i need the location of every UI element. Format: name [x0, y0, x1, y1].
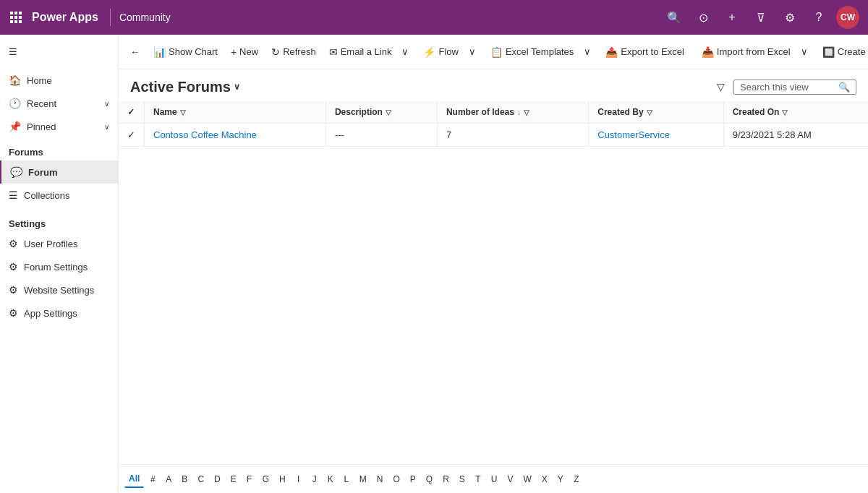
- svg-rect-0: [10, 12, 13, 14]
- alpha-btn-j[interactable]: J: [307, 471, 322, 487]
- tenant-name: Community: [119, 12, 171, 23]
- menu-button[interactable]: ☰: [0, 35, 118, 69]
- grid-icon[interactable]: [9, 10, 23, 25]
- forum-settings-icon: ⚙: [9, 261, 18, 273]
- toolbar: ← 📊 Show Chart + New ↻ Refresh ✉ Email a…: [119, 35, 868, 69]
- settings-circle-icon[interactable]: ⊙: [692, 6, 715, 29]
- created-by-sort-icon[interactable]: ▽: [647, 108, 652, 116]
- name-sort-icon[interactable]: ▽: [180, 108, 186, 116]
- view-title: Active Forums ∨: [130, 79, 240, 95]
- alpha-btn-b[interactable]: B: [177, 471, 192, 487]
- sidebar-item-forum[interactable]: 💬 Forum: [0, 160, 118, 184]
- import-excel-dropdown[interactable]: ∨: [798, 43, 811, 60]
- sidebar-item-website-settings[interactable]: ⚙ Website Settings: [0, 278, 118, 301]
- add-icon[interactable]: +: [720, 6, 744, 29]
- alpha-btn-t[interactable]: T: [471, 471, 485, 487]
- svg-rect-2: [19, 12, 22, 14]
- alpha-btn-g[interactable]: G: [258, 471, 273, 487]
- alpha-btn-a[interactable]: A: [161, 471, 176, 487]
- nav-divider: [110, 9, 111, 26]
- row-name-link[interactable]: Contoso Coffee Machine: [153, 129, 257, 140]
- alpha-btn-e[interactable]: E: [226, 471, 241, 487]
- sidebar-collections-label: Collections: [24, 190, 70, 201]
- alpha-btn-l[interactable]: L: [339, 471, 354, 487]
- alpha-btn-c[interactable]: C: [193, 471, 208, 487]
- alpha-btn-x[interactable]: X: [537, 471, 552, 487]
- create-view-icon: 🔲: [822, 46, 835, 58]
- svg-rect-1: [14, 12, 17, 14]
- show-chart-icon: 📊: [153, 46, 166, 58]
- alpha-btn-f[interactable]: F: [242, 471, 257, 487]
- svg-rect-5: [19, 16, 22, 19]
- sidebar-item-app-settings[interactable]: ⚙ App Settings: [0, 301, 118, 325]
- email-link-icon: ✉: [329, 46, 338, 58]
- filter-nav-icon[interactable]: ⊽: [749, 6, 773, 29]
- flow-dropdown[interactable]: ∨: [466, 43, 479, 60]
- description-sort-icon[interactable]: ▽: [386, 108, 391, 116]
- alpha-btn-#[interactable]: #: [145, 471, 160, 487]
- alpha-btn-o[interactable]: O: [388, 471, 404, 487]
- excel-templates-button[interactable]: 📋 Excel Templates: [485, 43, 579, 61]
- email-link-dropdown[interactable]: ∨: [399, 43, 412, 60]
- ideas-sort-icon[interactable]: ▽: [524, 108, 529, 116]
- sidebar-app-settings-label: App Settings: [24, 308, 77, 319]
- search-nav-icon[interactable]: 🔍: [663, 6, 686, 29]
- sidebar-item-recent[interactable]: 🕐 Recent ∨: [0, 92, 118, 115]
- sidebar-item-forum-settings[interactable]: ⚙ Forum Settings: [0, 255, 118, 278]
- alpha-btn-q[interactable]: Q: [422, 471, 437, 487]
- refresh-icon: ↻: [271, 46, 280, 58]
- alpha-btn-z[interactable]: Z: [569, 471, 584, 487]
- alpha-btn-d[interactable]: D: [210, 471, 225, 487]
- alpha-btn-k[interactable]: K: [323, 471, 338, 487]
- gear-icon[interactable]: ⚙: [778, 6, 801, 29]
- sidebar-item-pinned[interactable]: 📌 Pinned ∨: [0, 115, 118, 138]
- alpha-btn-y[interactable]: Y: [553, 471, 568, 487]
- alpha-btn-m[interactable]: M: [355, 471, 371, 487]
- search-input[interactable]: [740, 82, 835, 93]
- alpha-btn-w[interactable]: W: [519, 471, 536, 487]
- row-created-by-link[interactable]: CustomerService: [597, 129, 670, 140]
- settings-section-label: Settings: [0, 207, 118, 232]
- refresh-button[interactable]: ↻ Refresh: [265, 43, 322, 61]
- pin-icon: 📌: [9, 121, 21, 132]
- alpha-footer: All#ABCDEFGHIJKLMNOPQRSTUVWXYZ: [119, 464, 868, 493]
- sidebar-item-collections[interactable]: ☰ Collections: [0, 184, 118, 207]
- create-view-button[interactable]: 🔲 Create view: [817, 43, 868, 61]
- col-created-on: Created On ▽: [723, 101, 868, 124]
- alpha-btn-s[interactable]: S: [455, 471, 469, 487]
- row-created-on: 9/23/2021 5:28 AM: [723, 124, 868, 147]
- alpha-btn-i[interactable]: I: [292, 471, 306, 487]
- created-on-sort-icon[interactable]: ▽: [782, 108, 788, 116]
- help-icon[interactable]: ?: [807, 6, 830, 29]
- back-button[interactable]: ←: [124, 43, 146, 61]
- alpha-btn-r[interactable]: R: [438, 471, 454, 487]
- alpha-btn-v[interactable]: V: [503, 471, 518, 487]
- alpha-btn-p[interactable]: P: [406, 471, 420, 487]
- sidebar-home-label: Home: [27, 75, 52, 86]
- row-check[interactable]: ✓: [119, 124, 145, 147]
- pinned-chevron: ∨: [104, 123, 109, 131]
- show-chart-button[interactable]: 📊 Show Chart: [148, 43, 224, 61]
- flow-button[interactable]: ⚡ Flow: [417, 43, 464, 61]
- email-link-button[interactable]: ✉ Email a Link: [323, 43, 398, 61]
- svg-rect-4: [14, 16, 17, 19]
- app-name: Power Apps: [29, 11, 101, 24]
- search-icon[interactable]: 🔍: [838, 82, 850, 93]
- ideas-sort-asc-icon[interactable]: ↓: [517, 108, 521, 116]
- filter-icon[interactable]: ▽: [714, 78, 728, 95]
- import-excel-button[interactable]: 📥 Import from Excel: [696, 43, 796, 61]
- view-title-chevron[interactable]: ∨: [234, 82, 240, 92]
- excel-templates-dropdown[interactable]: ∨: [581, 43, 594, 60]
- user-profiles-icon: ⚙: [9, 238, 18, 249]
- alpha-btn-n[interactable]: N: [373, 471, 388, 487]
- sidebar-item-user-profiles[interactable]: ⚙ User Profiles: [0, 232, 118, 255]
- alpha-btn-u[interactable]: U: [487, 471, 502, 487]
- alpha-btn-h[interactable]: H: [275, 471, 290, 487]
- avatar[interactable]: CW: [836, 6, 859, 29]
- sidebar-item-home[interactable]: 🏠 Home: [0, 69, 118, 92]
- view-header-right: ▽ 🔍: [714, 78, 856, 95]
- export-excel-button[interactable]: 📤 Export to Excel: [600, 43, 689, 61]
- new-button[interactable]: + New: [225, 43, 264, 61]
- data-table: ✓ Name ▽ Description ▽: [119, 101, 868, 147]
- alpha-btn-all[interactable]: All: [124, 471, 144, 488]
